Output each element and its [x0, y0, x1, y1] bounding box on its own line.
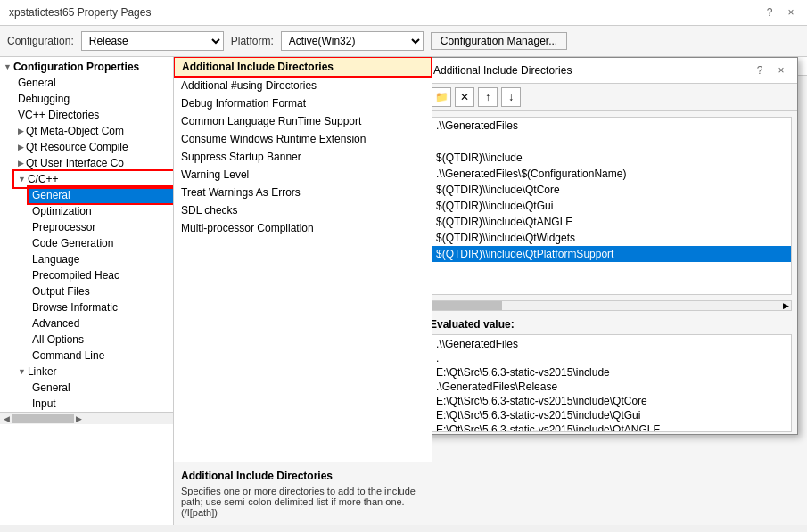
dialog-scroll-right[interactable]: ▶	[781, 301, 791, 310]
config-label: Configuration:	[7, 35, 74, 47]
dialog-h-scrollbar-thumb[interactable]	[432, 301, 502, 310]
dialog-up-btn[interactable]: ↑	[478, 87, 498, 107]
middle-item-debug-info[interactable]: Debug Information Format	[174, 94, 432, 112]
eval-item-2: E:\Qt\Src\5.6.3-static-vs2015\include	[434, 365, 787, 380]
dialog-toolbar: 📁 ✕ ↑ ↓	[432, 84, 797, 111]
tree-item-language[interactable]: Language	[29, 251, 173, 267]
tree-item-code-gen[interactable]: Code Generation	[29, 235, 173, 251]
dialog-close-btn[interactable]: ×	[774, 63, 788, 78]
scroll-left-arrow[interactable]: ◀	[2, 414, 12, 423]
eval-item-3: .\GeneratedFiles\Release	[434, 380, 787, 394]
dialog-title-bar: Additional Include Directories ? ×	[432, 58, 797, 84]
middle-top: Additional Include Directories Additiona…	[174, 57, 432, 462]
dialog-h-scrollbar[interactable]: ▶	[432, 300, 792, 311]
eval-item-4: E:\Qt\Src\5.6.3-static-vs2015\include\Qt…	[434, 394, 787, 408]
middle-item-treat-warnings[interactable]: Treat Warnings As Errors	[174, 184, 432, 201]
middle-bottom: Additional Include Directories Specifies…	[174, 462, 432, 525]
tree-children: General Debugging VC++ Directories Qt Me…	[0, 75, 173, 412]
dialog-list[interactable]: .\\GeneratedFiles $(QTDIR)\\include .\\G…	[432, 117, 792, 295]
qt-meta-label: Qt Meta-Object Com	[26, 125, 124, 137]
dialog-down-btn[interactable]: ↓	[501, 87, 521, 107]
cpp-children: General Optimization Preprocessor Code G…	[14, 187, 173, 364]
dialog-list-item-8[interactable]: $(QTDIR)\\include\QtPlatformSupport	[432, 246, 791, 262]
tree-item-linker-input[interactable]: Input	[29, 396, 173, 412]
middle-panel: Additional Include Directories Additiona…	[174, 57, 432, 525]
platform-select[interactable]: Active(Win32)	[281, 31, 424, 51]
tree-group-cpp[interactable]: C/C++	[14, 171, 173, 187]
evaluated-section: Evaluated value: .\\GeneratedFiles . E:\…	[432, 315, 797, 434]
middle-item-warning-level[interactable]: Warning Level	[174, 166, 432, 184]
dialog-list-item-3[interactable]: .\\GeneratedFiles\$(ConfigurationName)	[432, 166, 791, 182]
tree-group-qt-ui[interactable]: Qt User Interface Co	[14, 155, 173, 171]
cpp-label: C/C++	[28, 173, 59, 185]
qt-ui-label: Qt User Interface Co	[26, 157, 124, 169]
config-manager-button[interactable]: Configuration Manager...	[431, 32, 567, 50]
tree-root-config[interactable]: Configuration Properties	[0, 57, 173, 75]
dialog-delete-btn[interactable]: ✕	[455, 87, 474, 107]
main-content: Configuration Properties General Debuggi…	[0, 57, 807, 525]
dialog-list-item-1[interactable]	[432, 134, 791, 150]
tree-item-precompiled[interactable]: Precompiled Heac	[29, 267, 173, 283]
left-panel: Configuration Properties General Debuggi…	[0, 57, 174, 525]
dialog-list-item-6[interactable]: $(QTDIR)\\include\QtANGLE	[432, 214, 791, 230]
evaluated-box: .\\GeneratedFiles . E:\Qt\Src\5.6.3-stat…	[432, 334, 792, 432]
dialog-list-item-2[interactable]: $(QTDIR)\\include	[432, 150, 791, 166]
platform-label: Platform:	[231, 35, 274, 47]
middle-item-suppress-banner[interactable]: Suppress Startup Banner	[174, 148, 432, 166]
description-text: Specifies one or more directories to add…	[181, 486, 424, 518]
tree-item-output[interactable]: Output Files	[29, 283, 173, 299]
evaluated-label: Evaluated value:	[432, 318, 792, 331]
config-select[interactable]: Release	[81, 31, 224, 51]
eval-item-0: .\\GeneratedFiles	[434, 337, 787, 351]
tree-item-preprocessor[interactable]: Preprocessor	[29, 219, 173, 235]
additional-include-dialog: Additional Include Directories ? × 📁 ✕ ↑…	[432, 57, 798, 435]
middle-item-clr[interactable]: Common Language RunTime Support	[174, 112, 432, 130]
right-panel: .\GeneratedFiles;;$(QTDIR)\include;.\Gen…	[432, 57, 807, 525]
middle-item-add-include[interactable]: Additional Include Directories	[174, 57, 432, 77]
window-title: xpstatictest65 Property Pages	[9, 6, 151, 19]
tree-group-qt-resource[interactable]: Qt Resource Compile	[14, 139, 173, 155]
eval-item-6: E:\Qt\Src\5.6.3-static-vs2015\include\Qt…	[434, 422, 787, 432]
help-button[interactable]: ?	[762, 5, 777, 20]
tree-item-general[interactable]: General	[14, 75, 173, 91]
tree-item-optimization[interactable]: Optimization	[29, 203, 173, 219]
tree-item-debugging[interactable]: Debugging	[14, 91, 173, 107]
title-bar: xpstatictest65 Property Pages ? ×	[0, 0, 807, 26]
middle-item-sdl[interactable]: SDL checks	[174, 201, 432, 219]
config-properties-label: Configuration Properties	[13, 61, 139, 73]
middle-item-add-using[interactable]: Additional #using Directories	[174, 77, 432, 94]
left-scrollbar[interactable]: ◀ ▶	[0, 412, 173, 424]
description-title: Additional Include Directories	[181, 470, 424, 482]
middle-item-consume-winrt[interactable]: Consume Windows Runtime Extension	[174, 130, 432, 148]
tree-group-linker[interactable]: Linker	[14, 364, 173, 380]
linker-label: Linker	[28, 365, 57, 378]
scroll-right-arrow[interactable]: ▶	[74, 414, 84, 423]
dialog-list-item-5[interactable]: $(QTDIR)\\include\QtGui	[432, 198, 791, 214]
dialog-list-item-7[interactable]: $(QTDIR)\\include\QtWidgets	[432, 230, 791, 246]
qt-resource-label: Qt Resource Compile	[26, 141, 128, 153]
dialog-folder-btn[interactable]: 📁	[432, 87, 451, 107]
close-button[interactable]: ×	[784, 5, 798, 20]
dialog-list-item-0[interactable]: .\\GeneratedFiles	[432, 118, 791, 134]
dialog-list-item-4[interactable]: $(QTDIR)\\include\QtCore	[432, 182, 791, 198]
tree-item-all-options[interactable]: All Options	[29, 331, 173, 348]
tree-item-browse[interactable]: Browse Informatic	[29, 299, 173, 315]
tree-item-cmd-line[interactable]: Command Line	[29, 348, 173, 364]
tree-item-vc-dirs[interactable]: VC++ Directories	[14, 107, 173, 123]
toolbar: Configuration: Release Platform: Active(…	[0, 26, 807, 57]
tree-group-qt-meta[interactable]: Qt Meta-Object Com	[14, 123, 173, 139]
middle-item-multiprocessor[interactable]: Multi-processor Compilation	[174, 219, 432, 237]
linker-children: General Input	[14, 380, 173, 412]
tree-item-linker-general[interactable]: General	[29, 380, 173, 396]
tree-item-cpp-general[interactable]: General	[29, 187, 173, 203]
dialog-help-btn[interactable]: ?	[753, 63, 767, 78]
eval-item-5: E:\Qt\Src\5.6.3-static-vs2015\include\Qt…	[434, 408, 787, 422]
left-scrollbar-thumb[interactable]	[12, 414, 74, 423]
eval-item-1: .	[434, 351, 787, 365]
dialog-title-text: Additional Include Directories	[433, 64, 572, 77]
tree-item-advanced[interactable]: Advanced	[29, 315, 173, 331]
